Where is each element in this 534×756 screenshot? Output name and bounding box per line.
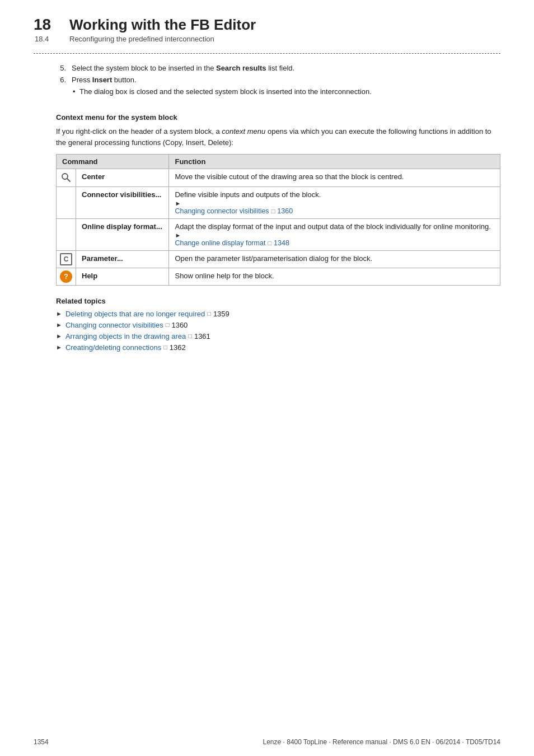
parameter-function-text: Open the parameter list/parameterisation… [175, 254, 372, 263]
related-3-page: 1361 [194, 332, 210, 340]
param-icon: C [60, 253, 72, 265]
table-row-online-display: Online display format... Adapt the displ… [57, 218, 500, 250]
page-number: 1354 [34, 738, 49, 746]
online-page-icon: □ [268, 240, 271, 246]
connector-function-text: Define visible inputs and outputs of the… [175, 190, 321, 199]
table-row-connector: Connector visibilities... Define visible… [57, 186, 500, 218]
chapter-number: 18 [34, 16, 56, 34]
related-item-2: ► Changing connector visibilities □ 1360 [56, 321, 500, 329]
related-1-arrow: ► [56, 310, 62, 317]
online-display-link[interactable]: Change online display format □ 1348 [175, 239, 494, 247]
chapter-title: Working with the FB Editor [69, 16, 256, 34]
command-table: Command Function [56, 154, 500, 286]
parameter-cmd-label: Parameter... [82, 254, 123, 263]
section-title: Reconfiguring the predefined interconnec… [69, 35, 214, 43]
search-results-bold: Search results [216, 64, 266, 72]
related-topics-section: Related topics ► Deleting objects that a… [56, 297, 500, 352]
center-function-text: Move the visible cutout of the drawing a… [175, 172, 404, 181]
related-2-link[interactable]: Changing connector visibilities [65, 321, 163, 329]
center-function-cell: Move the visible cutout of the drawing a… [169, 169, 500, 186]
related-4-link[interactable]: Creating/deleting connections [65, 343, 161, 352]
context-menu-title: Context menu for the system block [56, 113, 500, 122]
related-1-link[interactable]: Deleting objects that are no longer requ… [65, 310, 205, 318]
online-cmd-cell: Online display format... [76, 218, 169, 250]
center-cmd-cell: Center [76, 169, 169, 186]
step-6-num: 6. [56, 76, 66, 101]
center-cmd-label: Center [82, 172, 105, 181]
center-icon-cell [57, 169, 76, 186]
insert-bold: Insert [92, 76, 112, 84]
help-function-text: Show online help for the block. [175, 272, 274, 280]
help-icon-cell: ? [57, 268, 76, 285]
related-item-3: ► Arranging objects in the drawing area … [56, 332, 500, 340]
related-list: ► Deleting objects that are no longer re… [56, 310, 500, 352]
related-3-link[interactable]: Arranging objects in the drawing area [65, 332, 186, 340]
content-area: 5. Select the system block to be inserte… [34, 64, 500, 352]
related-2-arrow: ► [56, 321, 62, 328]
header-top: 18 Working with the FB Editor [34, 16, 500, 34]
online-cmd-label: Online display format... [82, 222, 162, 231]
online-function-text: Adapt the display format of the input an… [175, 222, 490, 231]
divider [34, 53, 500, 54]
online-function-cell: Adapt the display format of the input an… [169, 218, 500, 250]
parameter-icon-cell: C [57, 250, 76, 268]
page: 18 Working with the FB Editor 18.4 Recon… [0, 0, 534, 756]
connector-icon-cell [57, 186, 76, 218]
step-6: 6. Press Insert button. The dialog box i… [56, 76, 500, 101]
connector-cmd-cell: Connector visibilities... [76, 186, 169, 218]
step-6-bullets: The dialog box is closed and the selecte… [72, 86, 500, 97]
table-row-parameter: C Parameter... Open the parameter list/p… [57, 250, 500, 268]
related-2-page-icon: □ [166, 321, 170, 328]
online-icon-cell [57, 218, 76, 250]
step-5: 5. Select the system block to be inserte… [56, 64, 500, 72]
footer-text: Lenze · 8400 TopLine · Reference manual … [263, 738, 500, 746]
step-list: 5. Select the system block to be inserte… [56, 64, 500, 101]
header-section: 18 Working with the FB Editor 18.4 Recon… [34, 16, 500, 43]
page-footer: 1354 Lenze · 8400 TopLine · Reference ma… [0, 738, 534, 746]
related-topics-title: Related topics [56, 297, 500, 305]
svg-line-1 [67, 179, 70, 181]
connector-page-icon: □ [271, 208, 275, 214]
connector-cmd-label: Connector visibilities... [82, 190, 161, 199]
context-intro: If you right-click on the header of a sy… [56, 126, 500, 148]
related-4-page-icon: □ [163, 344, 167, 351]
search-icon [60, 171, 72, 184]
context-menu-italic: context menu [222, 127, 265, 136]
parameter-function-cell: Open the parameter list/parameterisation… [169, 250, 500, 268]
related-1-page: 1359 [213, 310, 229, 318]
context-menu-section: Context menu for the system block If you… [56, 113, 500, 352]
help-cmd-cell: Help [76, 268, 169, 285]
step-5-num: 5. [56, 64, 66, 72]
related-item-1: ► Deleting objects that are no longer re… [56, 310, 500, 318]
related-2-page: 1360 [171, 321, 188, 329]
table-row-center: Center Move the visible cutout of the dr… [57, 169, 500, 186]
table-row-help: ? Help Show online help for the block. [57, 268, 500, 285]
section-line: 18.4 Reconfiguring the predefined interc… [34, 35, 500, 43]
step-5-content: Select the system block to be inserted i… [72, 64, 500, 72]
online-sublink-arrow: ► [175, 232, 181, 239]
col-command: Command [57, 154, 169, 169]
step-6-content: Press Insert button. The dialog box is c… [72, 76, 500, 101]
related-4-arrow: ► [56, 344, 62, 351]
table-header-row: Command Function [57, 154, 500, 169]
related-3-page-icon: □ [188, 333, 192, 339]
connector-function-cell: Define visible inputs and outputs of the… [169, 186, 500, 218]
col-function: Function [169, 154, 500, 169]
help-icon: ? [60, 270, 72, 283]
help-cmd-label: Help [82, 272, 97, 280]
related-1-page-icon: □ [207, 310, 211, 317]
parameter-cmd-cell: Parameter... [76, 250, 169, 268]
connector-visibilities-link[interactable]: Changing connector visibilities □ 1360 [175, 207, 494, 215]
step-6-bullet-1: The dialog box is closed and the selecte… [72, 86, 500, 97]
section-number: 18.4 [34, 35, 56, 43]
help-function-cell: Show online help for the block. [169, 268, 500, 285]
related-4-page: 1362 [170, 343, 186, 352]
connector-sublink-arrow: ► [175, 200, 181, 207]
related-item-4: ► Creating/deleting connections □ 1362 [56, 343, 500, 352]
related-3-arrow: ► [56, 333, 62, 339]
